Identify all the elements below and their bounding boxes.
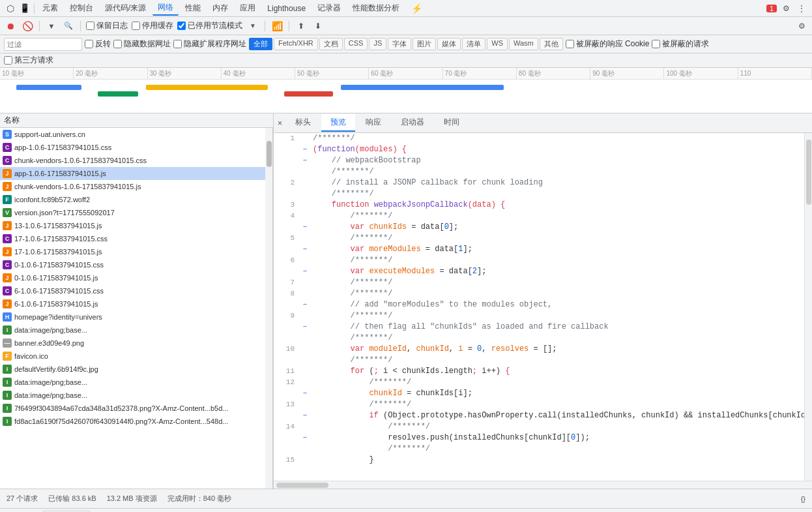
throttle-dropdown[interactable]: ▼ — [246, 20, 259, 33]
third-party-row: 第三方请求 — [0, 53, 812, 68]
file-list-item[interactable]: Ssupport-uat.univers.cn — [0, 128, 265, 141]
line-toggle[interactable]: − — [300, 388, 310, 399]
file-list-item[interactable]: J13-1.0.6-1715837941015.js — [0, 219, 265, 232]
file-icon: J — [3, 169, 12, 178]
filter-btn-其他[interactable]: 其他 — [540, 38, 563, 50]
line-toggle[interactable]: − — [300, 432, 310, 444]
tab-elements[interactable]: 元素 — [37, 1, 63, 15]
line-toggle[interactable]: − — [300, 266, 310, 277]
search-icon[interactable]: 🔍 — [62, 20, 75, 33]
line-toggle[interactable]: − — [300, 322, 310, 333]
code-view[interactable]: 1/*******/−(function(modules) {− // webp… — [274, 133, 804, 481]
line-toggle[interactable]: − — [300, 410, 310, 421]
line-toggle[interactable]: − — [300, 222, 310, 233]
tab-performance[interactable]: 性能 — [180, 1, 206, 15]
file-name: data:image/png;base... — [14, 378, 263, 386]
file-list-item[interactable]: Jchunk-vendors-1.0.6-1715837941015.js — [0, 180, 265, 193]
throttle-checkbox[interactable]: 已停用节流模式 — [177, 20, 242, 31]
file-list-item[interactable]: —banner.e3d09e49.png — [0, 337, 265, 350]
tab-lighthouse[interactable]: Lighthouse — [262, 3, 311, 14]
filter-btn-wasm[interactable]: Wasm — [509, 38, 538, 50]
wifi-icon[interactable]: 📶 — [270, 20, 283, 33]
code-line: /*******/ — [274, 444, 804, 455]
format-button[interactable]: {} — [801, 495, 805, 503]
blocked-cookies-checkbox[interactable]: 被屏蔽的响应 Cookie — [566, 38, 650, 50]
filter-btn-清单[interactable]: 清单 — [462, 38, 486, 50]
file-list-item[interactable]: Hhomepage?identity=univers — [0, 310, 265, 324]
hide-extensions-checkbox[interactable]: 隐藏扩展程序网址 — [173, 38, 246, 50]
clear-button[interactable]: 🚫 — [21, 20, 34, 33]
filter-btn-ws[interactable]: WS — [487, 38, 508, 50]
file-list-item[interactable]: I7f6499f3043894a67cda348a31d52378.png?X-… — [0, 402, 265, 415]
file-list-item[interactable]: Idata:image/png;base... — [0, 376, 265, 389]
file-list-item[interactable]: J17-1.0.6-1715837941015.js — [0, 245, 265, 258]
tab-sources[interactable]: 源代码/来源 — [100, 1, 151, 15]
panel-tab-启动器[interactable]: 启动器 — [392, 114, 433, 132]
file-list-item[interactable]: Idata:image/png;base... — [0, 324, 265, 337]
left-scroll-thumb[interactable] — [267, 141, 272, 167]
tab-recorder[interactable]: 记录器 — [312, 1, 346, 15]
disable-cache-checkbox[interactable]: 停用缓存 — [132, 20, 173, 31]
file-list-item[interactable]: Vversion.json?t=1717555092017 — [0, 206, 265, 219]
filter-btn-css[interactable]: CSS — [344, 38, 368, 50]
import-icon[interactable]: ⬆ — [295, 20, 308, 33]
filter-btn-js[interactable]: JS — [369, 38, 386, 50]
line-toggle[interactable]: − — [300, 299, 310, 310]
export-icon[interactable]: ⬇ — [312, 20, 325, 33]
line-code: var chunkIds = data[0]; — [310, 222, 804, 233]
file-icon: F — [3, 195, 12, 204]
line-toggle[interactable]: − — [300, 244, 310, 255]
tab-memory[interactable]: 内存 — [207, 1, 233, 15]
file-list-item[interactable]: J0-1.0.6-1715837941015.js — [0, 271, 265, 284]
panel-tab-响应[interactable]: 响应 — [356, 114, 390, 132]
tab-perf-insights[interactable]: 性能数据分析 — [347, 1, 405, 15]
right-scroll-thumb[interactable] — [806, 140, 811, 205]
line-number: 1 — [274, 133, 300, 144]
h-scroll-thumb[interactable] — [276, 483, 328, 488]
file-list-item[interactable]: C6-1.0.6-1715837941015.css — [0, 284, 265, 297]
filter-btn-文档[interactable]: 文档 — [319, 38, 343, 50]
tab-extra[interactable]: ⚡ — [406, 2, 428, 15]
separator-4 — [289, 21, 289, 31]
file-list-item[interactable]: J6-1.0.6-1715837941015.js — [0, 297, 265, 310]
filter-btn-媒体[interactable]: 媒体 — [437, 38, 461, 50]
file-list-item[interactable]: Ffavicon.ico — [0, 350, 265, 363]
filter-btn-全部[interactable]: 全部 — [249, 38, 272, 50]
file-list-item[interactable]: IdefaultVertify.6b914f9c.jpg — [0, 363, 265, 376]
invert-checkbox[interactable]: 反转 — [85, 38, 111, 50]
tab-console[interactable]: 控制台 — [65, 1, 98, 15]
more-icon[interactable]: ⋮ — [795, 2, 808, 15]
tab-application[interactable]: 应用 — [235, 1, 261, 15]
filter-btn-字体[interactable]: 字体 — [388, 38, 411, 50]
file-list-item[interactable]: Ficonfont.fc89b572.woff2 — [0, 193, 265, 206]
tab-network[interactable]: 网络 — [152, 1, 179, 16]
filter-btn-图片[interactable]: 图片 — [413, 38, 436, 50]
file-list-item[interactable]: Japp-1.0.6-1715837941015.js — [0, 167, 265, 180]
file-list-item[interactable]: Cchunk-vendors-1.0.6-1715837941015.css — [0, 154, 265, 167]
blocked-requests-checkbox[interactable]: 被屏蔽的请求 — [652, 38, 709, 50]
code-line: 12 /*******/ — [274, 377, 804, 388]
file-list-item[interactable]: Idata:image/png;base... — [0, 389, 265, 402]
file-list-item[interactable]: Capp-1.0.6-1715837941015.css — [0, 141, 265, 154]
responsive-icon[interactable]: 📱 — [18, 2, 31, 15]
file-list-item[interactable]: C0-1.0.6-1715837941015.css — [0, 258, 265, 271]
filter-input[interactable] — [4, 38, 82, 51]
line-toggle[interactable]: − — [300, 144, 310, 155]
network-settings-icon[interactable]: ⚙ — [795, 20, 808, 33]
hide-data-urls-checkbox[interactable]: 隐藏数据网址 — [113, 38, 171, 50]
third-party-checkbox[interactable]: 第三方请求 — [4, 55, 53, 66]
file-name: 6-1.0.6-1715837941015.css — [14, 287, 263, 295]
line-toggle[interactable]: − — [300, 155, 310, 166]
record-button[interactable]: ⏺ — [4, 20, 17, 33]
panel-tab-时间[interactable]: 时间 — [435, 114, 469, 132]
panel-tab-标头[interactable]: 标头 — [286, 114, 320, 132]
filter-btn-fetch-xhr[interactable]: Fetch/XHR — [274, 38, 318, 50]
filter-icon[interactable]: ▼ — [45, 20, 58, 33]
file-list-item[interactable]: Ifd8ac1a6190f75d426070f64309144f0.png?X-… — [0, 415, 265, 428]
panel-close-icon[interactable]: × — [278, 119, 282, 128]
file-list-item[interactable]: C17-1.0.6-1715837941015.css — [0, 232, 265, 245]
preserve-log-checkbox[interactable]: 保留日志 — [86, 20, 128, 31]
main-split: 名称 Ssupport-uat.univers.cnCapp-1.0.6-171… — [0, 113, 812, 489]
panel-tab-预览[interactable]: 预览 — [321, 114, 355, 132]
settings-icon[interactable]: ⚙ — [779, 2, 792, 15]
